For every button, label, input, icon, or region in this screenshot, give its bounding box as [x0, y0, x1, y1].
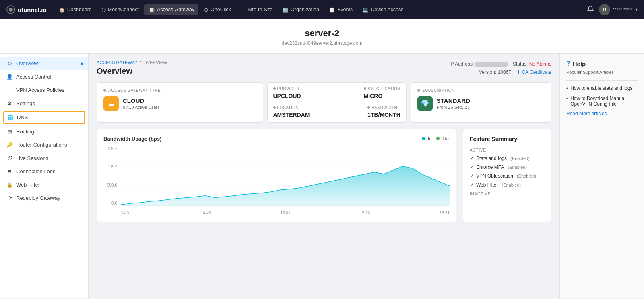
events-icon: 📋 — [329, 7, 335, 13]
nav-site-to-site[interactable]: ↔ Site-to-Site — [237, 4, 277, 15]
nav-organization[interactable]: 🏢 Organization — [278, 4, 323, 15]
feature-vpn-obfuscation: ✓ VPN Obfuscation (Enabled) — [470, 173, 545, 179]
page-header: server-2 dev232sub4049server2.utnstage.c… — [0, 19, 644, 54]
live-sessions-icon: ⏱ — [6, 155, 13, 161]
main-content: ACCESS GATEWAY / OVERVIEW Overview IP Ad… — [89, 54, 559, 298]
bandwidth-chart-section: Bandwidth Usage (bps) In Out — [97, 129, 456, 222]
sidebar-item-dns[interactable]: 🌐 DNS — [3, 111, 85, 124]
vpn-policies-icon: ≡ — [6, 87, 13, 93]
dashboard-icon: 🏠 — [59, 7, 65, 13]
nav-events[interactable]: 📋 Events — [325, 4, 357, 15]
main-layout: ⊙ Overview 👤 Access Control ≡ VPN Access… — [0, 54, 644, 298]
cloud-badge: ☁ CLOUD 9 / 10 Active Users — [103, 96, 256, 111]
location-spec: LOCATION AMSTERDAM — [273, 106, 310, 118]
sidebar-item-redeploy-gateway[interactable]: ⟳ Redeploy Gateway — [0, 191, 88, 205]
brand-logo[interactable]: utunnel.io — [6, 5, 47, 14]
bullet-icon: • — [566, 86, 568, 91]
bandwidth-chart-area: 2.6 K 1.8 K 900.0 0.0 — [103, 147, 450, 215]
sidebar: ⊙ Overview 👤 Access Control ≡ VPN Access… — [0, 54, 89, 298]
device-access-icon: 💻 — [362, 7, 369, 13]
nav-meshconnect[interactable]: ⬡ MeshConnect — [97, 4, 143, 15]
info-cards: ACCESS GATEWAY TYPE ☁ CLOUD 9 / 10 Activ… — [97, 82, 551, 123]
sidebar-item-overview[interactable]: ⊙ Overview — [0, 57, 88, 70]
feature-enforce-mfa: ✓ Enforce MFA (Enabled) — [470, 164, 545, 170]
read-more-link[interactable]: Read more articles — [566, 111, 638, 116]
routing-icon: ⊞ — [6, 129, 13, 135]
redeploy-icon: ⟳ — [6, 195, 13, 201]
feature-stats-logs: ✓ Stats and logs (Enabled) — [470, 156, 545, 161]
subscription-card: SUBSCRIPTION 💎 STANDARD From 25 Sep, 23 — [411, 82, 551, 123]
chart-x-labels: 14:31 14:46 15:01 15:16 15:31 — [121, 211, 450, 215]
gateway-type-card: ACCESS GATEWAY TYPE ☁ CLOUD 9 / 10 Activ… — [97, 82, 263, 123]
legend-in: In — [422, 136, 431, 141]
svg-point-1 — [9, 8, 13, 12]
gateway-type-dot — [103, 89, 106, 92]
provider-spec: PROVIDER UPCLOUD — [273, 87, 301, 99]
help-panel: ? Help Popular Support Articles • How to… — [559, 54, 644, 298]
spec-card: PROVIDER UPCLOUD SPECIFICATION MICRO — [267, 82, 407, 123]
help-title: ? Help — [566, 60, 638, 67]
bottom-row: Bandwidth Usage (bps) In Out — [97, 129, 551, 222]
help-article-2[interactable]: • How to Download Manual OpenVPN Config … — [566, 96, 638, 107]
ca-certificate-link[interactable]: CA Certificate — [522, 69, 551, 75]
connection-logs-icon: ≡ — [6, 168, 13, 174]
router-config-icon: 🔑 — [6, 142, 13, 148]
web-filter-icon: 🔒 — [6, 182, 13, 188]
nav-device-access[interactable]: 💻 Device Access — [358, 4, 407, 15]
help-divider — [566, 80, 638, 81]
chevron-down-icon: ▾ — [635, 7, 638, 12]
chart-y-labels: 2.6 K 1.8 K 900.0 0.0 — [103, 147, 120, 206]
nav-oneclick[interactable]: ⊕ OneClick — [200, 4, 235, 15]
page-title: server-2 — [0, 28, 644, 39]
sidebar-item-connection-logs[interactable]: ≡ Connection Logs — [0, 165, 88, 178]
chart-canvas — [121, 147, 450, 206]
avatar: U — [599, 4, 610, 15]
overview-icon: ⊙ — [6, 60, 13, 66]
specification-spec: SPECIFICATION MICRO — [364, 87, 400, 99]
ip-address — [475, 62, 508, 67]
dns-icon: 🌐 — [7, 114, 14, 120]
access-gateway-icon: 🔲 — [149, 7, 155, 13]
help-article-1[interactable]: • How to enable stats and logs — [566, 85, 638, 91]
overview-header: ACCESS GATEWAY / OVERVIEW Overview IP Ad… — [97, 60, 551, 77]
legend-out: Out — [436, 136, 450, 141]
chart-legend: In Out — [422, 136, 450, 141]
sidebar-item-routing[interactable]: ⊞ Routing — [0, 125, 88, 138]
breadcrumb-current: OVERVIEW — [143, 60, 167, 65]
breadcrumb: ACCESS GATEWAY / OVERVIEW — [97, 60, 167, 65]
nav-dashboard[interactable]: 🏠 Dashboard — [55, 4, 96, 15]
settings-icon: ⚙ — [6, 100, 13, 106]
sidebar-item-web-filter[interactable]: 🔒 Web Filter — [0, 178, 88, 191]
bandwidth-spec: BANDWIDTH 1TB/MONTH — [367, 106, 400, 118]
help-icon: ? — [566, 60, 570, 67]
subscription-dot — [417, 89, 420, 92]
breadcrumb-parent[interactable]: ACCESS GATEWAY — [97, 60, 137, 65]
feature-summary: Feature Summary ACTIVE ✓ Stats and logs … — [463, 129, 551, 222]
sidebar-item-settings[interactable]: ⚙ Settings — [0, 97, 88, 110]
access-control-icon: 👤 — [6, 74, 13, 80]
brand-name: utunnel.io — [18, 6, 47, 13]
bullet-icon: • — [566, 96, 568, 102]
oneclick-icon: ⊕ — [204, 7, 208, 13]
overview-title: Overview — [97, 66, 167, 76]
site-to-site-icon: ↔ — [241, 7, 246, 12]
notification-bell[interactable] — [587, 6, 594, 14]
meshconnect-icon: ⬡ — [101, 7, 106, 13]
feature-web-filter: ✓ Web Filter (Enabled) — [470, 182, 545, 188]
subscription-icon: 💎 — [417, 96, 433, 111]
overview-meta: IP Address: Status: No Alarms Version: 1… — [449, 60, 551, 77]
chart-header: Bandwidth Usage (bps) In Out — [103, 136, 450, 142]
sidebar-item-vpn-access-policies[interactable]: ≡ VPN Access Policies — [0, 83, 88, 97]
user-menu[interactable]: U ***** ***** ▾ — [599, 4, 638, 15]
nav-access-gateway[interactable]: 🔲 Access Gateway — [144, 4, 198, 15]
sidebar-item-router-configurations[interactable]: 🔑 Router Configurations — [0, 138, 88, 152]
sidebar-item-live-sessions[interactable]: ⏱ Live Sessions — [0, 152, 88, 165]
top-navigation: utunnel.io 🏠 Dashboard ⬡ MeshConnect 🔲 A… — [0, 0, 644, 19]
organization-icon: 🏢 — [282, 7, 289, 13]
sidebar-item-access-control[interactable]: 👤 Access Control — [0, 70, 88, 83]
page-subtitle: dev232sub4049server2.utnstage.com — [0, 40, 644, 46]
cloud-icon: ☁ — [103, 96, 119, 111]
